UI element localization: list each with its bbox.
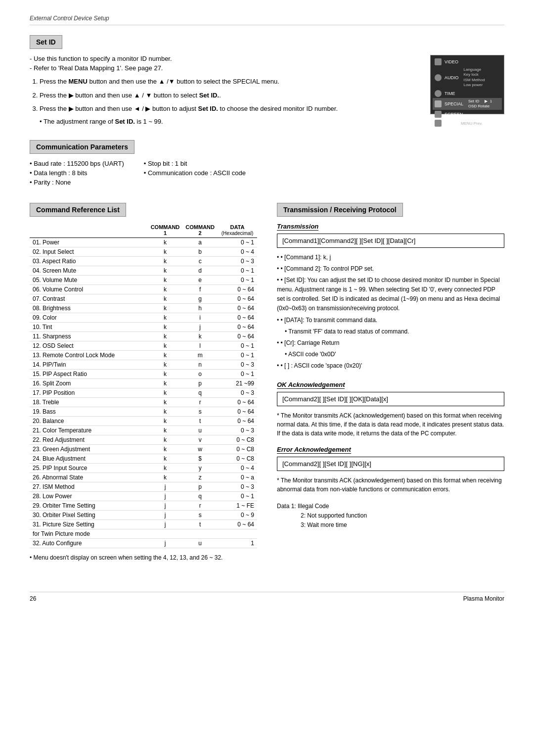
param-parity: Parity : None <box>30 179 124 186</box>
row-cmd1: k <box>148 369 183 378</box>
data-codes-section: Data 1: Illegal Code 2: Not supported fu… <box>277 502 504 530</box>
row-cmd2: g <box>182 294 218 303</box>
trans-note-6: • [ ] : ASCII code 'space (0x20)' <box>277 361 504 371</box>
row-name: 22. Red Adjustment <box>30 435 148 444</box>
row-cmd1: k <box>148 303 183 313</box>
set-id-section: Set ID Use this function to specify a mo… <box>30 35 504 125</box>
row-data: 0 ~ 1 <box>218 275 257 284</box>
row-cmd1: j <box>148 510 183 520</box>
set-id-content: Use this function to specify a monitor I… <box>30 55 504 125</box>
row-cmd1: k <box>148 322 183 331</box>
ok-ack-box: [Command2][ ][Set ID][ ][OK][Data][x] <box>277 392 504 406</box>
row-name: 05. Volume Mute <box>30 275 148 284</box>
row-name: 17. PIP Position <box>30 388 148 397</box>
menu-screen-row: SCREEN <box>433 110 502 119</box>
row-cmd1: j <box>148 520 183 529</box>
row-data: 0 ~ 64 <box>218 331 257 341</box>
row-cmd1: k <box>148 266 183 275</box>
row-cmd2: $ <box>182 454 218 463</box>
row-data: 0 ~ 3 <box>218 425 257 435</box>
row-data: 0 ~ 64 <box>218 407 257 416</box>
row-name: 30. Orbiter Pixel Setting <box>30 510 148 520</box>
params-col1-list: Baud rate : 115200 bps (UART) Data lengt… <box>30 160 124 186</box>
row-name: 21. Color Temperature <box>30 425 148 435</box>
table-row: 01. Power k a 0 ~ 1 <box>30 237 257 247</box>
table-row: 17. PIP Position k q 0 ~ 3 <box>30 388 257 397</box>
row-name: 32. Auto Configure <box>30 538 148 548</box>
table-row: 04. Screen Mute k d 0 ~ 1 <box>30 266 257 275</box>
trans-note-5b: ASCII code '0x0D' <box>285 350 504 359</box>
row-name: 18. Treble <box>30 397 148 407</box>
row-data: 0 ~ 3 <box>218 360 257 369</box>
row-name: 28. Low Power <box>30 491 148 501</box>
row-cmd1: k <box>148 275 183 284</box>
row-data: 0 ~ C8 <box>218 454 257 463</box>
command-table-body: 01. Power k a 0 ~ 1 02. Input Select k b… <box>30 237 257 548</box>
row-data: 0 ~ 3 <box>218 482 257 491</box>
row-data: 0 ~ 1 <box>218 369 257 378</box>
table-row: 15. PIP Aspect Ratio k o 0 ~ 1 <box>30 369 257 378</box>
row-data: 0 ~ 64 <box>218 520 257 529</box>
step-1: Press the MENU button and then use the ▲… <box>40 77 420 87</box>
row-data: 0 ~ 1 <box>218 491 257 501</box>
row-cmd1: k <box>148 425 183 435</box>
row-name: 19. Bass <box>30 407 148 416</box>
row-cmd1: k <box>148 331 183 341</box>
two-column-layout: Command Reference List COMMAND 1 COMMAND… <box>30 203 504 572</box>
menu-video-row: VIDEO <box>433 57 502 66</box>
row-cmd1: k <box>148 360 183 369</box>
table-row: 28. Low Power j q 0 ~ 1 <box>30 491 257 501</box>
row-cmd2: s <box>182 407 218 416</box>
row-data: 0 ~ 1 <box>218 266 257 275</box>
table-row: 13. Remote Control Lock Mode k m 0 ~ 1 <box>30 350 257 360</box>
table-row: 02. Input Select k b 0 ~ 4 <box>30 247 257 256</box>
row-data: 0 ~ 64 <box>218 303 257 313</box>
row-cmd1: k <box>148 435 183 444</box>
row-cmd2 <box>182 529 218 538</box>
error-ack-label: Error Acknowledgement <box>277 446 351 454</box>
adjustment-note: • The adjustment range of Set ID. is 1 ~… <box>40 118 420 125</box>
step-3: Press the ▶ button and then use ◄ / ▶ bu… <box>40 104 420 114</box>
row-cmd1: k <box>148 256 183 266</box>
row-cmd2: v <box>182 435 218 444</box>
row-cmd2: j <box>182 322 218 331</box>
row-cmd1: j <box>148 491 183 501</box>
param-stop-bit: Stop bit : 1 bit <box>144 160 246 167</box>
row-cmd2: n <box>182 360 218 369</box>
table-row: 29. Orbiter Time Setting j r 1 ~ FE <box>30 501 257 510</box>
error-ack-box: [Command2][ ][Set ID][ ][NG][x] <box>277 457 504 471</box>
row-cmd1: k <box>148 350 183 360</box>
table-row: 31. Picture Size Setting j t 0 ~ 64 <box>30 520 257 529</box>
table-row: 22. Red Adjustment k v 0 ~ C8 <box>30 435 257 444</box>
row-cmd2: s <box>182 510 218 520</box>
row-cmd2: c <box>182 256 218 266</box>
trans-note-3: • [Set ID]: You can adjust the set ID to… <box>277 276 504 314</box>
row-data: 0 ~ 1 <box>218 350 257 360</box>
row-name: 15. PIP Aspect Ratio <box>30 369 148 378</box>
row-name: 27. ISM Method <box>30 482 148 491</box>
row-cmd2: r <box>182 501 218 510</box>
transmission-title: Transmission / Receiving Protocol <box>277 203 403 217</box>
row-cmd2: u <box>182 538 218 548</box>
intro-bullets: Use this function to specify a monitor I… <box>30 55 420 72</box>
trans-note-4: • [DATA]: To transmit command data. <box>277 316 504 325</box>
row-cmd1: k <box>148 416 183 425</box>
set-id-text: Use this function to specify a monitor I… <box>30 55 420 125</box>
steps-list: Press the MENU button and then use the ▲… <box>40 77 420 114</box>
row-cmd1: k <box>148 378 183 388</box>
menu-screenshot: VIDEO AUDIO LanguageKey lockISM MethodLo… <box>430 55 504 114</box>
row-cmd2: h <box>182 303 218 313</box>
row-data: 21 ~99 <box>218 378 257 388</box>
row-data: 0 ~ 3 <box>218 388 257 397</box>
table-row: 26. Abnormal State k z 0 ~ a <box>30 472 257 482</box>
table-row: 21. Color Temperature k u 0 ~ 3 <box>30 425 257 435</box>
row-cmd2: e <box>182 275 218 284</box>
page-header: External Control Device Setup <box>30 15 504 25</box>
row-cmd2: o <box>182 369 218 378</box>
row-name: 11. Sharpness <box>30 331 148 341</box>
param-comm-code: Communication code : ASCII code <box>144 169 246 177</box>
row-data: 0 ~ 64 <box>218 322 257 331</box>
params-list: Baud rate : 115200 bps (UART) Data lengt… <box>30 160 504 188</box>
row-cmd2: p <box>182 482 218 491</box>
param-data-length: Data length : 8 bits <box>30 169 124 177</box>
